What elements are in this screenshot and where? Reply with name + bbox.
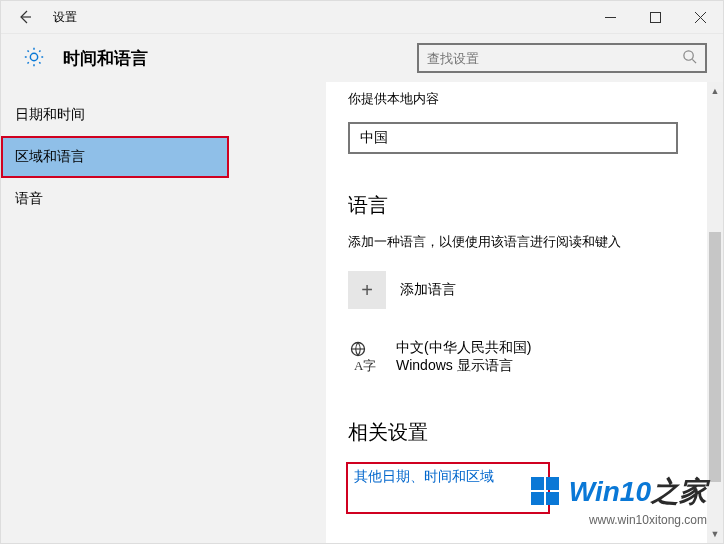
- language-name: 中文(中华人民共和国): [396, 339, 531, 357]
- language-heading: 语言: [348, 192, 705, 219]
- search-icon: [682, 49, 697, 67]
- scrollbar[interactable]: ▲ ▼: [707, 82, 723, 543]
- add-language-button[interactable]: + 添加语言: [348, 271, 705, 309]
- main-content: 你提供本地内容 中国 语言 添加一种语言，以便使用该语言进行阅读和键入 + 添加…: [326, 82, 723, 543]
- header: 时间和语言: [1, 34, 723, 82]
- gear-icon: [23, 46, 45, 71]
- language-text: 中文(中华人民共和国) Windows 显示语言: [396, 339, 531, 375]
- window-title: 设置: [49, 9, 588, 26]
- language-description: 添加一种语言，以便使用该语言进行阅读和键入: [348, 233, 705, 251]
- add-language-label: 添加语言: [400, 281, 456, 299]
- minimize-icon: [605, 12, 616, 23]
- svg-line-5: [692, 59, 696, 63]
- sidebar-item-datetime[interactable]: 日期和时间: [1, 94, 326, 136]
- related-link-other-date-time-region[interactable]: 其他日期、时间和区域: [354, 468, 494, 484]
- language-glyph-icon: A字: [348, 340, 384, 375]
- sidebar: 日期和时间 区域和语言 语音: [1, 82, 326, 543]
- titlebar: 设置: [1, 1, 723, 34]
- svg-rect-1: [651, 12, 661, 22]
- body: 日期和时间 区域和语言 语音 你提供本地内容 中国 语言 添加一种语言，以便使用…: [1, 82, 723, 543]
- window-controls: [588, 1, 723, 34]
- svg-text:A字: A字: [354, 358, 376, 372]
- minimize-button[interactable]: [588, 1, 633, 34]
- search-box[interactable]: [417, 43, 707, 73]
- country-value: 中国: [360, 129, 388, 147]
- search-wrap: [417, 43, 707, 73]
- maximize-icon: [650, 12, 661, 23]
- close-button[interactable]: [678, 1, 723, 34]
- close-icon: [695, 12, 706, 23]
- scroll-thumb[interactable]: [709, 232, 721, 482]
- scroll-up-button[interactable]: ▲: [707, 82, 723, 100]
- sidebar-item-region-language[interactable]: 区域和语言: [1, 136, 229, 178]
- country-dropdown[interactable]: 中国: [348, 122, 678, 154]
- sidebar-item-speech[interactable]: 语音: [1, 178, 326, 220]
- sidebar-item-label: 区域和语言: [15, 148, 85, 166]
- related-heading: 相关设置: [348, 419, 705, 446]
- sidebar-item-label: 日期和时间: [15, 106, 85, 124]
- search-input[interactable]: [427, 51, 682, 66]
- page-heading: 时间和语言: [63, 47, 417, 70]
- plus-icon: +: [348, 271, 386, 309]
- sidebar-item-label: 语音: [15, 190, 43, 208]
- related-link-highlight: 其他日期、时间和区域: [348, 464, 548, 512]
- language-subtext: Windows 显示语言: [396, 357, 531, 375]
- back-button[interactable]: [1, 1, 49, 34]
- maximize-button[interactable]: [633, 1, 678, 34]
- language-item[interactable]: A字 中文(中华人民共和国) Windows 显示语言: [348, 339, 705, 375]
- scroll-down-button[interactable]: ▼: [707, 525, 723, 543]
- local-content-text: 你提供本地内容: [348, 90, 705, 108]
- arrow-left-icon: [17, 9, 33, 25]
- svg-point-4: [684, 51, 693, 60]
